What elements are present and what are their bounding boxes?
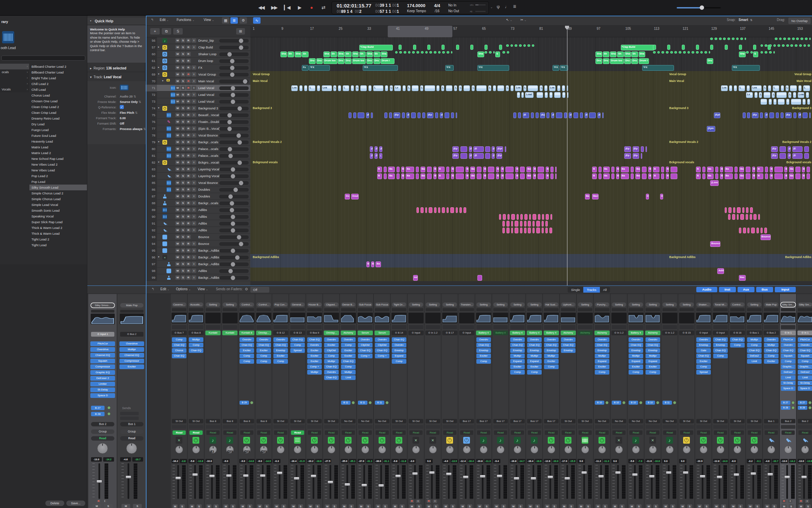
region[interactable]: Back bbox=[752, 167, 755, 172]
eq-thumbnail[interactable] bbox=[324, 313, 339, 323]
inspector-strip[interactable]: Male Pop⊙ Bus 2OverdriveMultiprChannel E… bbox=[117, 294, 146, 508]
lcd-division[interactable]: /16 bbox=[435, 9, 439, 13]
region[interactable]: *Clap Build bbox=[359, 45, 393, 50]
send-slot[interactable]: B 27 bbox=[781, 401, 790, 405]
send-knob[interactable] bbox=[639, 401, 642, 404]
audio-fx-slot[interactable]: Graphic... bbox=[798, 364, 812, 369]
audio-fx-slot[interactable]: Chan EQ bbox=[527, 343, 542, 347]
region[interactable]: Ba bbox=[725, 173, 733, 179]
eq-thumbnail[interactable] bbox=[662, 313, 677, 323]
track-row[interactable]: 80MSRIPalace...ocals 2 bbox=[145, 146, 250, 152]
region[interactable] bbox=[782, 44, 785, 47]
track-row[interactable]: 84MSRILayering Vocals bbox=[145, 173, 250, 179]
region[interactable] bbox=[502, 228, 505, 233]
automation-mode[interactable]: Read bbox=[782, 430, 795, 435]
region[interactable] bbox=[667, 45, 670, 50]
channel-setting-button[interactable]: Sub Focus bbox=[375, 302, 389, 307]
region[interactable]: Dru bbox=[309, 58, 316, 64]
output-slot[interactable]: St Out bbox=[561, 419, 576, 423]
region[interactable] bbox=[528, 221, 531, 227]
region[interactable]: Bac bbox=[784, 167, 787, 172]
region[interactable] bbox=[776, 92, 787, 98]
region[interactable] bbox=[421, 207, 424, 213]
pan-knob[interactable] bbox=[328, 446, 335, 453]
region[interactable]: (Epi bbox=[585, 112, 588, 118]
record-enable-button[interactable]: R bbox=[186, 72, 191, 77]
track-volume-slider[interactable] bbox=[219, 86, 249, 90]
region[interactable] bbox=[774, 167, 783, 172]
region[interactable] bbox=[773, 99, 776, 105]
region[interactable]: Bac bbox=[720, 167, 723, 172]
region[interactable] bbox=[776, 112, 779, 118]
mute-button[interactable]: M bbox=[175, 160, 180, 165]
library-preset[interactable]: Simple Chorus Lead 2 bbox=[29, 190, 87, 196]
region[interactable]: Sha bbox=[739, 51, 746, 57]
record-enable-button[interactable]: R bbox=[186, 79, 191, 83]
group-slot[interactable] bbox=[324, 425, 339, 429]
region[interactable]: B bbox=[438, 167, 445, 172]
input-monitor-button[interactable]: I bbox=[191, 99, 196, 104]
record-enable-button[interactable]: R bbox=[186, 174, 191, 178]
track-volume-slider[interactable] bbox=[219, 154, 249, 158]
region[interactable] bbox=[745, 38, 746, 40]
track-volume-slider[interactable] bbox=[219, 181, 249, 185]
track-volume-knob[interactable] bbox=[231, 276, 235, 280]
region[interactable]: Ba bbox=[603, 167, 610, 172]
fader-knob[interactable] bbox=[243, 474, 249, 477]
mixer-strip[interactable]: Upfront...AlchemyOverdrvChan EQEnvelopSt… bbox=[560, 294, 577, 508]
region[interactable]: Ba bbox=[621, 173, 629, 179]
region[interactable] bbox=[505, 167, 514, 172]
master-volume-knob[interactable] bbox=[700, 5, 704, 10]
audio-fx-slot[interactable]: Envelop bbox=[476, 348, 491, 353]
region[interactable] bbox=[371, 112, 373, 118]
record-button[interactable]: ● bbox=[306, 3, 317, 12]
fader-knob[interactable] bbox=[531, 477, 536, 480]
region[interactable]: (Ep bbox=[771, 146, 778, 152]
eq-thumbnail[interactable] bbox=[764, 313, 779, 323]
volume-db-value[interactable]: -13.0 bbox=[781, 459, 788, 463]
region[interactable] bbox=[747, 228, 749, 233]
region[interactable]: (Leve bbox=[710, 180, 719, 186]
track-volume-knob[interactable] bbox=[238, 161, 242, 165]
input-monitor-button[interactable]: I bbox=[191, 262, 196, 266]
audio-fx-slot[interactable]: ClipDist bbox=[358, 343, 373, 347]
mixer-strip[interactable]: Setting⊙ Bus 1MultiprCompChan EQDeEss2Li… bbox=[746, 294, 763, 508]
group-slot[interactable] bbox=[595, 425, 609, 429]
solo-button[interactable]: S bbox=[181, 160, 185, 165]
automation-mode[interactable]: Read bbox=[291, 430, 304, 435]
mute-button[interactable]: M bbox=[376, 504, 381, 508]
region[interactable] bbox=[451, 112, 454, 118]
track-volume-slider[interactable] bbox=[219, 235, 249, 239]
input-monitor-button[interactable]: I bbox=[191, 241, 196, 246]
region[interactable]: Sh bbox=[331, 51, 337, 57]
solo-button[interactable]: S bbox=[181, 248, 185, 253]
region[interactable] bbox=[456, 45, 459, 50]
channel-setting-button[interactable]: Setting bbox=[409, 302, 423, 307]
region[interactable] bbox=[395, 51, 398, 54]
audio-fx-slot[interactable]: Exciter bbox=[324, 343, 339, 347]
audio-fx-slot[interactable]: Exciter bbox=[307, 354, 322, 358]
region[interactable] bbox=[450, 207, 454, 213]
region[interactable] bbox=[531, 112, 534, 118]
region[interactable] bbox=[538, 167, 544, 172]
fader-knob[interactable] bbox=[564, 477, 570, 480]
channel-setting-button[interactable]: Dense B... bbox=[341, 302, 356, 307]
output-slot[interactable]: St Out bbox=[189, 419, 203, 423]
view-mode-tracks[interactable]: Tracks bbox=[583, 287, 600, 293]
library-preset[interactable]: Dreamy Retro Lead bbox=[29, 115, 87, 121]
send-slot[interactable]: B 27 bbox=[798, 401, 807, 405]
library-preset[interactable]: Fuego Lead bbox=[29, 127, 87, 133]
region[interactable] bbox=[434, 51, 436, 54]
track-name[interactable]: Vocal Bounce bbox=[198, 179, 220, 186]
region[interactable] bbox=[425, 207, 427, 213]
region[interactable] bbox=[477, 173, 481, 179]
solo-button[interactable]: S bbox=[213, 504, 219, 508]
send-knob[interactable] bbox=[250, 401, 253, 404]
audio-fx-slot[interactable]: Exciter bbox=[510, 364, 525, 369]
solo-button[interactable]: S bbox=[133, 504, 142, 508]
volume-db-value[interactable]: -10.9 bbox=[696, 459, 703, 463]
fader-knob[interactable] bbox=[683, 471, 689, 474]
track-volume-slider[interactable] bbox=[219, 147, 249, 151]
audio-fx-slot[interactable]: Overdrv bbox=[629, 337, 643, 342]
eq-thumbnail[interactable] bbox=[222, 313, 238, 323]
